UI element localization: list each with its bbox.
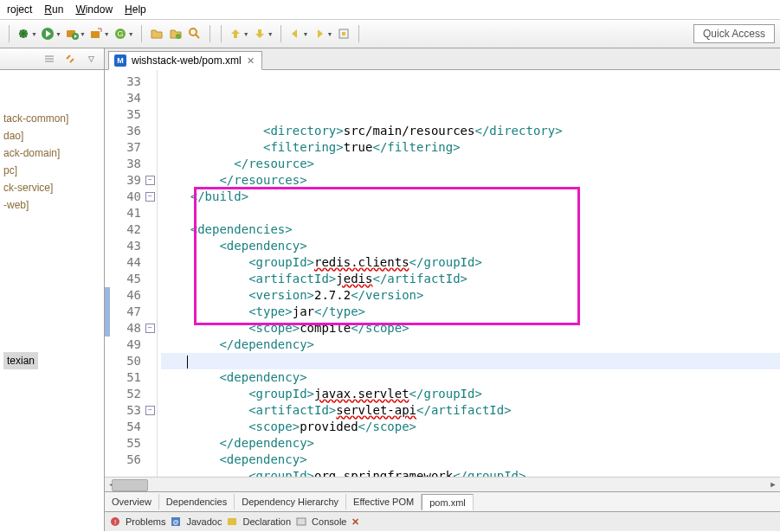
code-line[interactable]: </dependency>	[161, 337, 780, 353]
svg-text:!: !	[114, 518, 116, 526]
pom-tab-dependency-hierarchy[interactable]: Dependency Hierarchy	[235, 494, 346, 510]
line-number: 41	[105, 205, 157, 221]
maven-file-icon: M	[114, 54, 126, 67]
svg-text:@: @	[173, 519, 179, 525]
line-number: 49	[105, 337, 157, 353]
line-number: 43	[105, 238, 157, 254]
line-number: 46	[105, 287, 157, 304]
code-line[interactable]	[161, 205, 780, 221]
view-console[interactable]: Console	[312, 516, 346, 527]
forward-button[interactable]: ▼	[313, 27, 333, 41]
tree-item[interactable]: pc]	[3, 162, 100, 179]
scroll-thumb[interactable]	[112, 479, 148, 491]
project-tree[interactable]: tack-common] dao] ack-domain] pc] ck-ser…	[0, 70, 104, 375]
open-type-button[interactable]	[168, 26, 184, 42]
view-declaration[interactable]: Declaration	[242, 516, 291, 527]
menu-window[interactable]: Window	[75, 3, 113, 16]
editor-tabbar: M wishstack-web/pom.xml ✕	[105, 48, 780, 70]
line-number: 39−	[105, 172, 157, 189]
line-number: 37	[105, 139, 157, 156]
prev-annotation-button[interactable]: ▼	[229, 27, 249, 41]
project-explorer: ▽ tack-common] dao] ack-domain] pc] ck-s…	[0, 48, 105, 531]
code-line[interactable]: <dependencies>	[161, 221, 780, 238]
problems-icon: !	[110, 516, 120, 527]
editor-tab[interactable]: M wishstack-web/pom.xml ✕	[108, 51, 262, 70]
debug-button[interactable]: ▼	[16, 27, 37, 41]
code-line[interactable]: <directory>src/main/resources</directory…	[161, 123, 780, 139]
fold-icon[interactable]: −	[145, 192, 155, 202]
svg-text:G: G	[117, 29, 123, 38]
line-number: 51	[105, 369, 157, 386]
code-line[interactable]: <scope>compile</scope>	[161, 320, 780, 337]
quick-access[interactable]: Quick Access	[693, 24, 775, 43]
horizontal-scrollbar[interactable]: ◄ ►	[105, 477, 780, 491]
link-editor-icon[interactable]	[62, 51, 78, 67]
code-line[interactable]: <dependency>	[161, 238, 780, 254]
code-line[interactable]: <artifactId>jedis</artifactId>	[161, 271, 780, 287]
tree-item-selected[interactable]: texian	[3, 352, 100, 369]
menu-help[interactable]: Help	[125, 3, 146, 16]
line-number: 35	[105, 106, 157, 123]
code-line[interactable]: <dependency>	[161, 452, 780, 468]
code-line[interactable]: <scope>provided</scope>	[161, 419, 780, 435]
svg-point-7	[176, 34, 181, 39]
line-number: 47	[105, 304, 157, 320]
pom-tab-pom.xml[interactable]: pom.xml	[422, 494, 474, 510]
code-line[interactable]: </dependency>	[161, 435, 780, 452]
run-button[interactable]: ▼	[41, 27, 61, 41]
code-line[interactable]: <filtering>true</filtering>	[161, 139, 780, 156]
code-line[interactable]: <type>jar</type>	[161, 304, 780, 320]
next-annotation-button[interactable]: ▼	[253, 27, 274, 41]
code-line[interactable]: <groupId>org.springframework</groupId>	[161, 468, 780, 477]
console-icon	[296, 516, 306, 527]
line-number: 45	[105, 271, 157, 287]
code-line[interactable]	[161, 353, 780, 369]
pom-editor-tabs: OverviewDependenciesDependency Hierarchy…	[105, 491, 780, 511]
menu-run[interactable]: Run	[44, 3, 63, 16]
code-line[interactable]: </resource>	[161, 156, 780, 172]
tree-item[interactable]: tack-common]	[3, 110, 100, 127]
collapse-all-icon[interactable]	[42, 51, 57, 67]
view-menu-icon[interactable]: ▽	[83, 51, 99, 67]
line-number: 33	[105, 74, 157, 90]
run-last-button[interactable]: ▼	[65, 27, 86, 41]
code-area[interactable]: <directory>src/main/resources</directory…	[158, 70, 780, 477]
pom-tab-dependencies[interactable]: Dependencies	[159, 494, 235, 510]
new-package-button[interactable]: ▼	[89, 27, 110, 41]
code-editor[interactable]: 33343536373839−40−4142434445464748−49505…	[105, 70, 780, 477]
code-line[interactable]: </build>	[161, 189, 780, 205]
scroll-right-icon[interactable]: ►	[766, 478, 780, 491]
line-number: 42	[105, 221, 157, 238]
view-problems[interactable]: Problems	[126, 516, 165, 527]
menu-project[interactable]: roject	[7, 3, 32, 16]
search-button[interactable]	[187, 26, 203, 42]
code-line[interactable]: <groupId>javax.servlet</groupId>	[161, 386, 780, 402]
code-line[interactable]: <version>2.7.2</version>	[161, 287, 780, 304]
declaration-icon	[227, 516, 237, 527]
view-javadoc[interactable]: Javadoc	[186, 516, 222, 527]
fold-icon[interactable]: −	[145, 324, 155, 333]
tree-item[interactable]: dao]	[3, 127, 100, 144]
pom-tab-overview[interactable]: Overview	[105, 494, 159, 510]
fold-icon[interactable]: −	[145, 176, 155, 185]
open-folder-button[interactable]	[149, 26, 164, 42]
new-class-button[interactable]: G▼	[113, 27, 134, 41]
tree-item[interactable]: ck-service]	[3, 179, 100, 196]
close-icon[interactable]: ✕	[247, 55, 255, 67]
line-number: 50	[105, 353, 157, 369]
pin-button[interactable]	[336, 26, 351, 42]
fold-icon[interactable]: −	[145, 406, 155, 415]
tree-item[interactable]: -web]	[3, 196, 100, 214]
code-line[interactable]: <artifactId>servlet-api</artifactId>	[161, 402, 780, 419]
close-view-icon[interactable]: ✕	[351, 516, 359, 528]
line-number: 54	[105, 419, 157, 435]
code-line[interactable]: <dependency>	[161, 369, 780, 386]
code-line[interactable]: </resources>	[161, 172, 780, 189]
pom-tab-effective-pom[interactable]: Effective POM	[346, 494, 422, 510]
explorer-toolbar: ▽	[0, 48, 104, 70]
line-number: 56	[105, 452, 157, 468]
code-line[interactable]: <groupId>redis.clients</groupId>	[161, 254, 780, 271]
svg-rect-15	[297, 518, 306, 525]
tree-item[interactable]: ack-domain]	[3, 144, 100, 162]
back-button[interactable]: ▼	[288, 27, 309, 41]
